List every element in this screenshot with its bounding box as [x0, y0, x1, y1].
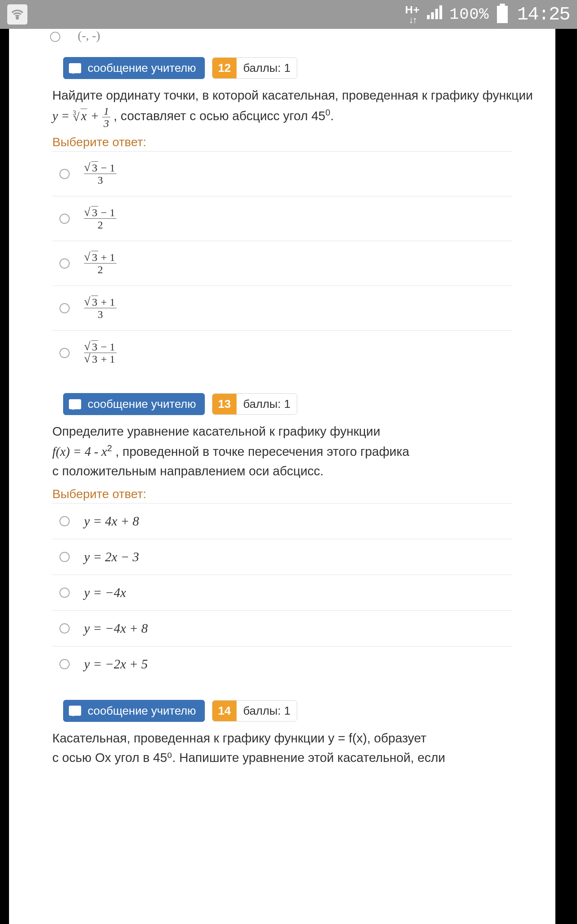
network-type-icon: H+↓↑ — [405, 4, 420, 24]
question-12: сообщение учителю 12 баллы: 1 Найдите ор… — [9, 53, 555, 389]
radio-icon — [60, 552, 69, 562]
q12-option-b[interactable]: 3 − 1 2 — [52, 196, 512, 241]
question-13: сообщение учителю 13 баллы: 1 Определите… — [9, 389, 555, 696]
radio-icon — [60, 348, 69, 358]
radio-icon — [60, 588, 69, 598]
q12-option-e[interactable]: 3 − 1 3 + 1 — [52, 331, 512, 375]
question-points: баллы: 1 — [237, 58, 297, 78]
msg-teacher-label: сообщение учителю — [88, 61, 196, 75]
q13-option-a[interactable]: y = 4x + 8 — [52, 504, 512, 539]
q13-option-e[interactable]: y = −2x + 5 — [52, 646, 512, 682]
q13-option-b[interactable]: y = 2x − 3 — [52, 539, 512, 575]
question-text: Касательная, проведенная к графику функц… — [9, 725, 555, 771]
svg-rect-2 — [431, 12, 434, 19]
radio-icon — [60, 516, 69, 526]
radio-icon — [60, 303, 69, 313]
chat-icon — [69, 63, 81, 73]
q12-option-c[interactable]: 3 + 1 2 — [52, 241, 512, 286]
battery-icon — [497, 6, 508, 23]
question-number-badge: 14 баллы: 1 — [212, 700, 298, 722]
radio-icon — [60, 624, 69, 633]
q13-option-c[interactable]: y = −4x — [52, 575, 512, 611]
svg-rect-3 — [435, 9, 438, 19]
q12-option-a[interactable]: 3 − 1 3 — [52, 152, 512, 196]
question-points: баллы: 1 — [237, 394, 297, 414]
prev-question-tail: (-, -) — [9, 29, 555, 53]
msg-teacher-label: сообщение учителю — [88, 704, 196, 717]
question-text: Найдите ординату точки, в которой касате… — [9, 82, 555, 132]
clock: 14:25 — [517, 4, 570, 25]
svg-rect-4 — [440, 5, 443, 19]
question-14: сообщение учителю 14 баллы: 1 Касательна… — [9, 696, 555, 785]
chat-icon — [69, 399, 81, 409]
message-teacher-button[interactable]: сообщение учителю — [63, 393, 205, 415]
radio-icon — [60, 659, 69, 669]
question-points: баллы: 1 — [237, 701, 297, 721]
radio-icon — [60, 258, 69, 268]
chat-icon — [69, 706, 81, 716]
svg-rect-1 — [427, 15, 430, 19]
status-bar: H+↓↑ 100% 14:25 — [0, 0, 577, 29]
radio-icon — [60, 214, 69, 224]
question-number: 13 — [213, 394, 237, 414]
question-text: Определите уравнение касательной к графи… — [9, 419, 555, 484]
q13-option-d[interactable]: y = −4x + 8 — [52, 611, 512, 646]
choose-answer-label: Выберите ответ: — [52, 484, 512, 504]
battery-percent: 100% — [449, 5, 489, 23]
q12-option-d[interactable]: 3 + 1 3 — [52, 286, 512, 331]
wifi-icon — [7, 4, 27, 24]
question-number-badge: 12 баллы: 1 — [212, 57, 298, 79]
svg-point-0 — [16, 17, 18, 19]
right-edge — [555, 29, 577, 924]
choose-answer-label: Выберите ответ: — [52, 132, 512, 152]
radio-icon — [60, 169, 69, 179]
question-number: 14 — [213, 701, 237, 721]
message-teacher-button[interactable]: сообщение учителю — [63, 700, 205, 722]
signal-icon — [426, 4, 443, 25]
page-content: (-, -) сообщение учителю 12 баллы: 1 Най… — [9, 29, 555, 924]
question-number-badge: 13 баллы: 1 — [212, 393, 298, 415]
question-number: 12 — [213, 58, 237, 78]
msg-teacher-label: сообщение учителю — [88, 397, 196, 411]
message-teacher-button[interactable]: сообщение учителю — [63, 57, 205, 79]
